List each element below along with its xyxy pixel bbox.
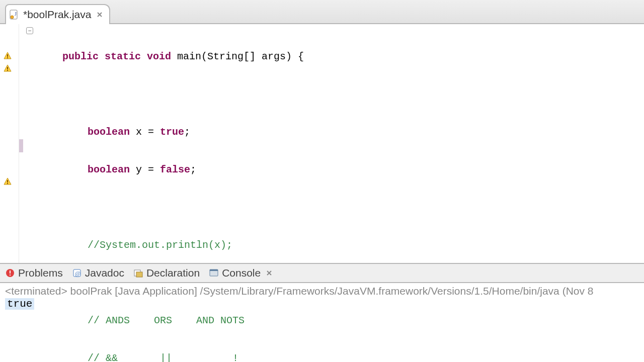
fold-gutter: −	[23, 24, 37, 263]
warning-icon[interactable]	[3, 51, 13, 61]
svg-point-1	[11, 16, 14, 19]
code-line: //System.out.println(x);	[37, 239, 644, 251]
svg-rect-3	[7, 54, 8, 57]
change-bar	[19, 24, 23, 263]
close-icon[interactable]	[95, 10, 104, 19]
source-editor[interactable]: public static void main(String[] args) {…	[37, 24, 644, 263]
java-file-icon: J	[9, 10, 19, 20]
change-marker	[19, 139, 23, 152]
code-line	[37, 88, 644, 101]
editor-tab[interactable]: J *boolPrak.java	[5, 4, 110, 24]
console-output: true	[5, 298, 34, 310]
svg-rect-6	[7, 70, 8, 71]
warning-icon[interactable]	[3, 177, 13, 187]
code-line: // && || !	[37, 352, 644, 362]
code-line: boolean x = true;	[37, 126, 644, 138]
svg-rect-10	[10, 270, 11, 274]
code-line	[37, 201, 644, 214]
code-area: − public static void main(String[] args)…	[0, 24, 644, 263]
code-line: public static void main(String[] args) {	[37, 50, 644, 63]
svg-rect-5	[7, 67, 8, 69]
editor-tab-bar: J *boolPrak.java	[0, 0, 644, 24]
svg-rect-7	[7, 180, 8, 183]
code-line: boolean y = false;	[37, 163, 644, 176]
svg-rect-11	[10, 275, 11, 276]
code-line: // ANDS ORS AND NOTS	[37, 314, 644, 327]
svg-rect-8	[7, 183, 8, 184]
svg-rect-4	[7, 57, 8, 58]
marker-gutter	[0, 24, 19, 263]
tab-filename: *boolPrak.java	[23, 9, 91, 21]
editor-pane: J *boolPrak.java − public s	[0, 0, 644, 264]
svg-text:J: J	[15, 11, 17, 17]
code-line	[37, 277, 644, 289]
warning-icon[interactable]	[3, 64, 13, 74]
problems-icon	[5, 268, 15, 278]
fold-toggle-icon[interactable]: −	[26, 27, 33, 34]
